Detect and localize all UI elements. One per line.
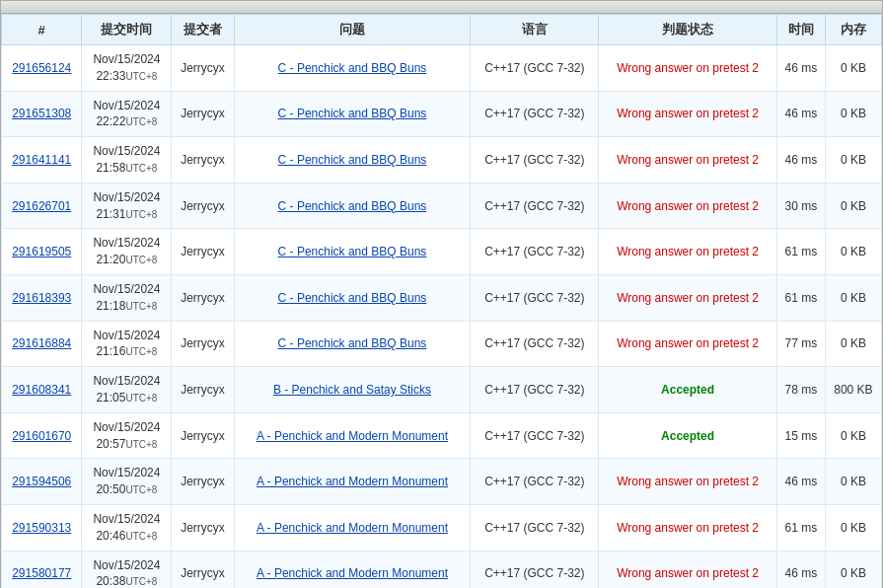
submission-link[interactable]: 291619505	[12, 245, 71, 258]
cell-status: Wrong answer on pretest 2	[599, 91, 776, 137]
cell-memory: 0 KB	[825, 137, 881, 184]
cell-id[interactable]: 291641141	[2, 137, 82, 184]
cell-date: Nov/15/202421:31UTC+8	[82, 183, 172, 229]
col-header-status: 判题状态	[599, 15, 776, 45]
problem-link[interactable]: C - Penchick and BBQ Buns	[278, 245, 427, 258]
problem-link[interactable]: C - Penchick and BBQ Buns	[278, 107, 427, 120]
col-header-date: 提交时间	[82, 15, 172, 45]
submission-link[interactable]: 291616884	[12, 336, 71, 350]
submission-link[interactable]: 291651308	[12, 107, 71, 120]
cell-exec-time: 15 ms	[776, 412, 825, 459]
submission-link[interactable]: 291590313	[12, 521, 71, 535]
cell-id[interactable]: 291619505	[2, 229, 82, 275]
cell-problem[interactable]: C - Penchick and BBQ Buns	[234, 91, 471, 137]
cell-problem[interactable]: C - Penchick and BBQ Buns	[234, 183, 471, 229]
cell-status: Wrong answer on pretest 2	[599, 459, 776, 505]
col-header-submitter: 提交者	[172, 15, 234, 45]
problem-link[interactable]: C - Penchick and BBQ Buns	[278, 199, 427, 213]
cell-exec-time: 46 ms	[776, 137, 825, 184]
problem-link[interactable]: A - Penchick and Modern Monument	[257, 566, 448, 580]
submission-link[interactable]: 291618393	[12, 291, 71, 305]
cell-problem[interactable]: C - Penchick and BBQ Buns	[234, 229, 471, 275]
cell-status: Wrong answer on pretest 2	[599, 551, 776, 588]
status-badge: Wrong answer on pretest 2	[617, 245, 759, 258]
cell-id[interactable]: 291616884	[2, 321, 82, 367]
cell-problem[interactable]: C - Penchick and BBQ Buns	[234, 45, 471, 92]
status-badge: Wrong answer on pretest 2	[617, 291, 759, 305]
cell-status: Wrong answer on pretest 2	[599, 137, 776, 184]
problem-link[interactable]: C - Penchick and BBQ Buns	[278, 336, 427, 350]
cell-memory: 0 KB	[825, 45, 881, 92]
cell-problem[interactable]: C - Penchick and BBQ Buns	[234, 137, 471, 184]
submission-link[interactable]: 291656124	[12, 61, 71, 75]
cell-language: C++17 (GCC 7-32)	[471, 274, 599, 321]
problem-link[interactable]: C - Penchick and BBQ Buns	[278, 291, 427, 305]
submission-link[interactable]: 291626701	[12, 199, 71, 213]
problem-link[interactable]: A - Penchick and Modern Monument	[257, 429, 448, 443]
submission-link[interactable]: 291580177	[12, 566, 71, 580]
cell-language: C++17 (GCC 7-32)	[471, 459, 599, 505]
submission-link[interactable]: 291601670	[12, 429, 71, 443]
col-header-memory: 内存	[825, 15, 881, 45]
cell-id[interactable]: 291580177	[2, 551, 82, 588]
cell-id[interactable]: 291618393	[2, 274, 82, 321]
submission-link[interactable]: 291608341	[12, 383, 71, 397]
cell-problem[interactable]: A - Penchick and Modern Monument	[234, 459, 471, 505]
cell-id[interactable]: 291590313	[2, 504, 82, 551]
submissions-container: # 提交时间 提交者 问题 语言 判题状态 时间 内存 291656124 No…	[0, 0, 883, 588]
cell-date: Nov/15/202420:38UTC+8	[82, 551, 172, 588]
cell-problem[interactable]: A - Penchick and Modern Monument	[234, 504, 471, 551]
submission-link[interactable]: 291641141	[12, 153, 71, 167]
cell-language: C++17 (GCC 7-32)	[471, 412, 599, 459]
cell-submitter: Jerrycyx	[172, 321, 234, 367]
cell-date: Nov/15/202421:18UTC+8	[82, 274, 172, 321]
problem-link[interactable]: B - Penchick and Satay Sticks	[273, 383, 431, 397]
cell-language: C++17 (GCC 7-32)	[471, 91, 599, 137]
status-badge: Wrong answer on pretest 2	[617, 107, 759, 120]
cell-exec-time: 30 ms	[776, 183, 825, 229]
table-row: 291594506 Nov/15/202420:50UTC+8 Jerrycyx…	[2, 459, 882, 505]
table-row: 291619505 Nov/15/202421:20UTC+8 Jerrycyx…	[2, 229, 882, 275]
cell-memory: 0 KB	[825, 229, 881, 275]
status-badge: Wrong answer on pretest 2	[617, 566, 759, 580]
cell-problem[interactable]: C - Penchick and BBQ Buns	[234, 321, 471, 367]
submission-link[interactable]: 291594506	[12, 475, 71, 488]
cell-id[interactable]: 291601670	[2, 412, 82, 459]
cell-id[interactable]: 291626701	[2, 183, 82, 229]
cell-date: Nov/15/202420:50UTC+8	[82, 459, 172, 505]
col-header-problem: 问题	[234, 15, 471, 45]
problem-link[interactable]: C - Penchick and BBQ Buns	[278, 153, 427, 167]
cell-submitter: Jerrycyx	[172, 229, 234, 275]
status-badge: Wrong answer on pretest 2	[617, 199, 759, 213]
cell-submitter: Jerrycyx	[172, 459, 234, 505]
cell-language: C++17 (GCC 7-32)	[471, 551, 599, 588]
cell-status: Wrong answer on pretest 2	[599, 504, 776, 551]
cell-id[interactable]: 291656124	[2, 45, 82, 92]
col-header-id: #	[2, 15, 82, 45]
problem-link[interactable]: A - Penchick and Modern Monument	[257, 475, 448, 488]
problem-link[interactable]: A - Penchick and Modern Monument	[257, 521, 448, 535]
table-row: 291616884 Nov/15/202421:16UTC+8 Jerrycyx…	[2, 321, 882, 367]
cell-problem[interactable]: A - Penchick and Modern Monument	[234, 412, 471, 459]
cell-id[interactable]: 291608341	[2, 367, 82, 413]
table-row: 291601670 Nov/15/202420:57UTC+8 Jerrycyx…	[2, 412, 882, 459]
cell-problem[interactable]: B - Penchick and Satay Sticks	[234, 367, 471, 413]
cell-date: Nov/15/202421:20UTC+8	[82, 229, 172, 275]
cell-id[interactable]: 291651308	[2, 91, 82, 137]
cell-exec-time: 78 ms	[776, 367, 825, 413]
cell-id[interactable]: 291594506	[2, 459, 82, 505]
cell-exec-time: 46 ms	[776, 459, 825, 505]
cell-submitter: Jerrycyx	[172, 274, 234, 321]
cell-status: Wrong answer on pretest 2	[599, 321, 776, 367]
problem-link[interactable]: C - Penchick and BBQ Buns	[278, 61, 427, 75]
cell-submitter: Jerrycyx	[172, 504, 234, 551]
cell-problem[interactable]: A - Penchick and Modern Monument	[234, 551, 471, 588]
cell-status: Accepted	[599, 367, 776, 413]
table-row: 291590313 Nov/15/202420:46UTC+8 Jerrycyx…	[2, 504, 882, 551]
cell-submitter: Jerrycyx	[172, 412, 234, 459]
cell-language: C++17 (GCC 7-32)	[471, 183, 599, 229]
cell-exec-time: 61 ms	[776, 274, 825, 321]
cell-language: C++17 (GCC 7-32)	[471, 367, 599, 413]
cell-problem[interactable]: C - Penchick and BBQ Buns	[234, 274, 471, 321]
cell-date: Nov/15/202421:16UTC+8	[82, 321, 172, 367]
